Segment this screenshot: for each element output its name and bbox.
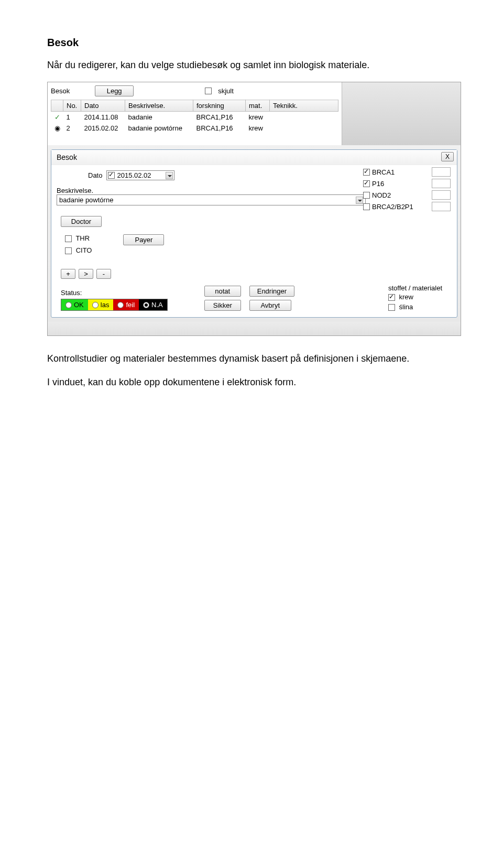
cell-mat: krew — [246, 123, 270, 134]
nod2-input[interactable] — [432, 190, 451, 200]
col-forskning[interactable]: forskning — [193, 100, 246, 112]
status-las[interactable]: las — [88, 299, 114, 310]
cell-forsk: BRCA1,P16 — [193, 112, 246, 123]
dato-value: 2015.02.02 — [117, 171, 151, 179]
radio-icon — [117, 302, 124, 308]
col-teknikk[interactable]: Teknikk. — [270, 100, 338, 112]
col-besk[interactable]: Beskrivelse. — [125, 100, 193, 112]
screenshot-panel: Besok Legg skjult No. Dato Beskrivelse. … — [47, 82, 461, 336]
radio-icon — [143, 302, 149, 308]
status-label: Status: — [61, 289, 168, 297]
status-las-label: las — [101, 301, 110, 309]
status-na-label: N.A — [151, 301, 163, 309]
status-ok-label: OK — [74, 301, 84, 309]
cito-checkbox[interactable] — [65, 247, 72, 254]
cell-no: 2 — [63, 123, 81, 134]
beskrivelse-value: badanie powtórne — [59, 196, 113, 204]
radio-icon — [92, 302, 99, 308]
gene-panel: BRCA1 P16 NOD2 BRCA2 — [363, 167, 451, 211]
p16-label: P16 — [372, 180, 430, 188]
page-title: Besok — [47, 37, 456, 49]
status-feil-label: feil — [126, 301, 135, 309]
radio-icon — [65, 302, 72, 308]
cito-label: CITO — [76, 246, 92, 254]
cell-no: 1 — [63, 112, 81, 123]
brca2-checkbox[interactable] — [363, 203, 370, 210]
dato-field[interactable]: 2015.02.02 — [106, 170, 174, 180]
cell-dato: 2014.11.08 — [81, 112, 125, 123]
skjult-checkbox[interactable] — [205, 88, 212, 94]
next-button[interactable]: > — [79, 269, 93, 279]
nod2-checkbox[interactable] — [363, 192, 370, 199]
avbryt-button[interactable]: Avbryt — [249, 300, 291, 311]
beskrivelse-field[interactable]: badanie powtórne — [57, 194, 366, 205]
nod2-label: NOD2 — [372, 191, 430, 199]
brca1-label: BRCA1 — [372, 168, 430, 176]
minus-button[interactable]: - — [96, 269, 111, 279]
brca2-label: BRCA2/B2P1 — [372, 203, 430, 211]
cell-forsk: BRCA1,P16 — [193, 123, 246, 134]
brca1-checkbox[interactable] — [363, 169, 370, 176]
skjult-label: skjult — [218, 87, 234, 95]
close-icon: X — [445, 153, 450, 160]
table-row[interactable]: ✓ 1 2014.11.08 badanie BRCA1,P16 krew — [51, 112, 338, 123]
status-na[interactable]: N.A — [139, 299, 167, 310]
thr-checkbox[interactable] — [65, 235, 72, 242]
status-ok[interactable]: OK — [61, 299, 88, 310]
endringer-button[interactable]: Endringer — [249, 286, 294, 297]
table-header-row: No. Dato Beskrivelse. forskning mat. Tek… — [51, 100, 338, 112]
brca2-input[interactable] — [432, 202, 451, 211]
notat-button[interactable]: notat — [204, 286, 241, 297]
besok-label: Besok — [51, 87, 70, 95]
col-mat[interactable]: mat. — [246, 100, 270, 112]
bottom-bar — [48, 322, 461, 335]
besok-dialog: Besok X BRCA1 P16 — [51, 149, 457, 318]
chevron-down-icon[interactable] — [166, 172, 173, 179]
check-icon: ✓ — [51, 112, 63, 123]
col-dato[interactable]: Dato — [81, 100, 125, 112]
after-paragraph-1: Kontrollstudier og materialer bestemmes … — [47, 352, 456, 366]
dato-label: Dato — [88, 171, 102, 179]
chevron-down-icon[interactable] — [356, 197, 363, 204]
cell-dato: 2015.02.02 — [81, 123, 125, 134]
visits-table: No. Dato Beskrivelse. forskning mat. Tek… — [51, 100, 338, 134]
doctor-button[interactable]: Doctor — [61, 216, 102, 227]
krew-checkbox[interactable] — [388, 294, 395, 301]
cell-besk: badanie powtórne — [125, 123, 193, 134]
p16-input[interactable] — [432, 179, 451, 188]
after-paragraph-2: I vinduet, kan du koble opp dokumentene … — [47, 375, 456, 389]
cell-besk: badanie — [125, 112, 193, 123]
slina-checkbox[interactable] — [388, 304, 395, 311]
preview-pane — [342, 82, 461, 145]
dato-checkbox[interactable] — [108, 172, 115, 179]
target-icon: ◉ — [51, 123, 63, 134]
status-bar: OK las feil — [61, 299, 168, 311]
slina-label: ślina — [399, 303, 413, 311]
close-button[interactable]: X — [441, 152, 454, 161]
legg-button[interactable]: Legg — [95, 85, 134, 96]
material-label: stoffet / materialet — [388, 284, 442, 292]
krew-label: krew — [399, 293, 413, 301]
table-row[interactable]: ◉ 2 2015.02.02 badanie powtórne BRCA1,P1… — [51, 123, 338, 134]
status-feil[interactable]: feil — [113, 299, 139, 310]
cell-mat: krew — [246, 112, 270, 123]
payer-button[interactable]: Payer — [123, 234, 164, 245]
dialog-title: Besok — [57, 153, 77, 161]
col-no[interactable]: No. — [63, 100, 81, 112]
p16-checkbox[interactable] — [363, 180, 370, 187]
thr-label: THR — [75, 234, 90, 242]
brca1-input[interactable] — [432, 167, 451, 177]
sikker-button[interactable]: Sikker — [204, 300, 241, 311]
intro-paragraph: Når du redigerer, kan du velge studiebes… — [47, 58, 456, 72]
plus-button[interactable]: + — [61, 269, 75, 279]
